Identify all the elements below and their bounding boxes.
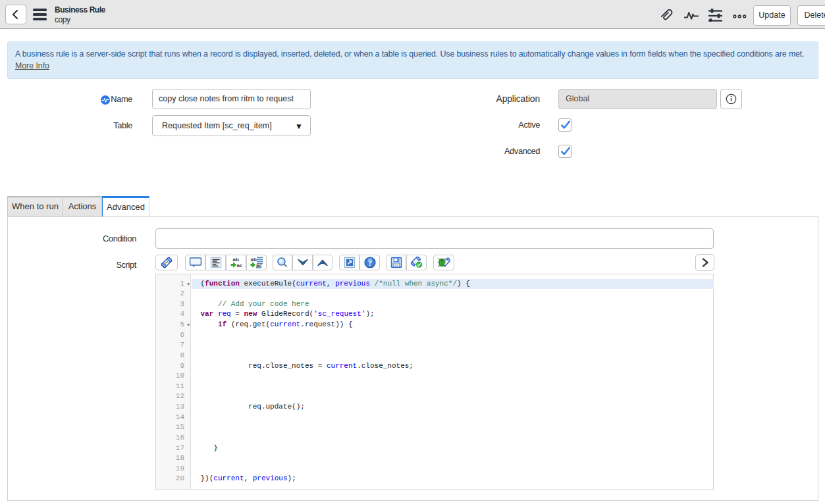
svg-text:ac: ac [256,263,262,268]
svg-text:ac: ac [236,263,242,268]
svg-text:?: ? [368,259,372,268]
